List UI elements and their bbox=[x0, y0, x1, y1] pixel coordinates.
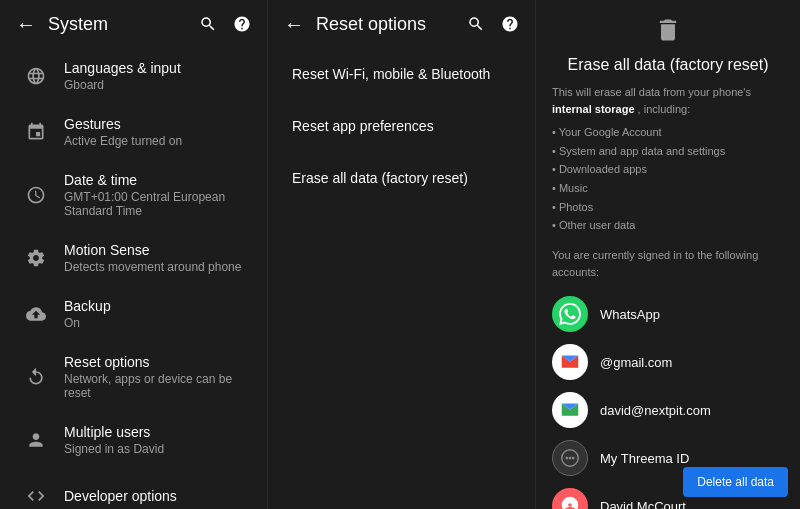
backup-title: Backup bbox=[64, 298, 251, 314]
middle-help-icon[interactable] bbox=[501, 15, 519, 33]
factory-reset-title: Erase all data (factory reset) bbox=[552, 56, 784, 74]
middle-panel: ← Reset options Reset Wi-Fi, mobile & Bl… bbox=[268, 0, 536, 509]
datetime-title: Date & time bbox=[64, 172, 251, 188]
factory-reset-list: • Your Google Account• System and app da… bbox=[552, 123, 784, 235]
reset-option-factory[interactable]: Erase all data (factory reset) bbox=[268, 152, 535, 204]
clock-icon bbox=[16, 185, 56, 205]
settings-item-languages[interactable]: Languages & input Gboard bbox=[0, 48, 267, 104]
globe-icon bbox=[16, 66, 56, 86]
whatsapp-avatar bbox=[552, 296, 588, 332]
back-icon[interactable]: ← bbox=[16, 13, 36, 36]
users-text: Multiple users Signed in as David bbox=[64, 424, 251, 456]
trash-icon bbox=[654, 16, 682, 44]
backup-subtitle: On bbox=[64, 316, 251, 330]
datetime-subtitle: GMT+01:00 Central European Standard Time bbox=[64, 190, 251, 218]
reset-text: Reset options Network, apps or device ca… bbox=[64, 354, 251, 400]
motion-title: Motion Sense bbox=[64, 242, 251, 258]
factory-reset-desc-text: This will erase all data from your phone… bbox=[552, 86, 751, 98]
trash-icon-container bbox=[552, 16, 784, 44]
gestures-title: Gestures bbox=[64, 116, 251, 132]
reset-option-wifi[interactable]: Reset Wi-Fi, mobile & Bluetooth bbox=[268, 48, 535, 100]
languages-title: Languages & input bbox=[64, 60, 251, 76]
airbnb-name: David McCourt bbox=[600, 499, 686, 509]
languages-subtitle: Gboard bbox=[64, 78, 251, 92]
account-item-gmail1: @gmail.com bbox=[552, 338, 784, 386]
motion-icon bbox=[16, 248, 56, 268]
help-icon[interactable] bbox=[233, 15, 251, 33]
settings-item-motion[interactable]: Motion Sense Detects movement around pho… bbox=[0, 230, 267, 286]
middle-header-icons bbox=[467, 15, 519, 33]
app-prefs-reset-text: Reset app preferences bbox=[292, 118, 511, 134]
middle-panel-title: Reset options bbox=[316, 14, 467, 35]
code-icon bbox=[16, 486, 56, 506]
left-header-icons bbox=[199, 15, 251, 33]
factory-reset-desc-end: , including: bbox=[638, 103, 691, 115]
gmail1-name: @gmail.com bbox=[600, 355, 672, 370]
settings-list: Languages & input Gboard Gestures Active… bbox=[0, 48, 267, 509]
list-item: • Your Google Account bbox=[552, 123, 784, 142]
gestures-subtitle: Active Edge turned on bbox=[64, 134, 251, 148]
settings-item-datetime[interactable]: Date & time GMT+01:00 Central European S… bbox=[0, 160, 267, 230]
svg-point-1 bbox=[565, 457, 568, 460]
factory-reset-content: Erase all data (factory reset) This will… bbox=[536, 0, 800, 509]
settings-item-backup[interactable]: Backup On bbox=[0, 286, 267, 342]
gmail2-avatar bbox=[552, 392, 588, 428]
person-icon bbox=[16, 430, 56, 450]
factory-reset-desc-bold: internal storage bbox=[552, 103, 635, 115]
middle-back-icon[interactable]: ← bbox=[284, 13, 304, 36]
reset-options-list: Reset Wi-Fi, mobile & Bluetooth Reset ap… bbox=[268, 48, 535, 509]
list-item: • Other user data bbox=[552, 216, 784, 235]
developer-text: Developer options bbox=[64, 488, 251, 504]
factory-reset-text: Erase all data (factory reset) bbox=[292, 170, 511, 186]
wifi-reset-text: Reset Wi-Fi, mobile & Bluetooth bbox=[292, 66, 511, 82]
threema-name: My Threema ID bbox=[600, 451, 689, 466]
accounts-label: You are currently signed in to the follo… bbox=[552, 247, 784, 280]
languages-text: Languages & input Gboard bbox=[64, 60, 251, 92]
list-item: • Downloaded apps bbox=[552, 160, 784, 179]
reset-title: Reset options bbox=[64, 354, 251, 370]
whatsapp-name: WhatsApp bbox=[600, 307, 660, 322]
backup-text: Backup On bbox=[64, 298, 251, 330]
left-panel: ← System Languages & input Gboard bbox=[0, 0, 268, 509]
svg-point-3 bbox=[572, 457, 575, 460]
factory-reset-desc: This will erase all data from your phone… bbox=[552, 84, 784, 117]
account-item-gmail2: david@nextpit.com bbox=[552, 386, 784, 434]
reset-option-app-prefs[interactable]: Reset app preferences bbox=[268, 100, 535, 152]
settings-item-gestures[interactable]: Gestures Active Edge turned on bbox=[0, 104, 267, 160]
settings-item-developer[interactable]: Developer options bbox=[0, 468, 267, 509]
svg-point-2 bbox=[569, 457, 572, 460]
gmail1-avatar bbox=[552, 344, 588, 380]
left-header: ← System bbox=[0, 0, 267, 48]
backup-icon bbox=[16, 304, 56, 324]
gmail2-name: david@nextpit.com bbox=[600, 403, 711, 418]
threema-avatar bbox=[552, 440, 588, 476]
list-item: • Music bbox=[552, 179, 784, 198]
users-title: Multiple users bbox=[64, 424, 251, 440]
motion-text: Motion Sense Detects movement around pho… bbox=[64, 242, 251, 274]
reset-icon bbox=[16, 367, 56, 387]
gestures-text: Gestures Active Edge turned on bbox=[64, 116, 251, 148]
gestures-icon bbox=[16, 122, 56, 142]
middle-header: ← Reset options bbox=[268, 0, 535, 48]
settings-item-reset[interactable]: Reset options Network, apps or device ca… bbox=[0, 342, 267, 412]
left-panel-title: System bbox=[48, 14, 199, 35]
reset-subtitle: Network, apps or device can be reset bbox=[64, 372, 251, 400]
datetime-text: Date & time GMT+01:00 Central European S… bbox=[64, 172, 251, 218]
developer-title: Developer options bbox=[64, 488, 251, 504]
settings-item-users[interactable]: Multiple users Signed in as David bbox=[0, 412, 267, 468]
list-item: • Photos bbox=[552, 198, 784, 217]
account-item-whatsapp: WhatsApp bbox=[552, 290, 784, 338]
users-subtitle: Signed in as David bbox=[64, 442, 251, 456]
airbnb-avatar bbox=[552, 488, 588, 509]
list-item: • System and app data and settings bbox=[552, 142, 784, 161]
delete-all-button[interactable]: Delete all data bbox=[683, 467, 788, 497]
search-icon[interactable] bbox=[199, 15, 217, 33]
middle-search-icon[interactable] bbox=[467, 15, 485, 33]
right-panel: Erase all data (factory reset) This will… bbox=[536, 0, 800, 509]
motion-subtitle: Detects movement around phone bbox=[64, 260, 251, 274]
